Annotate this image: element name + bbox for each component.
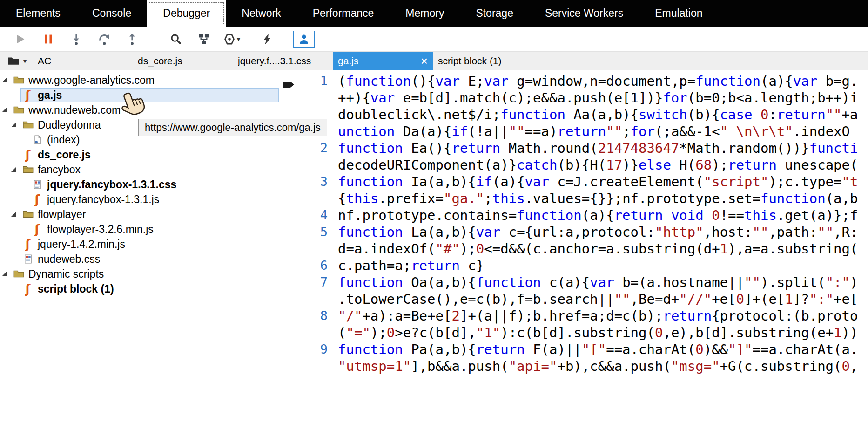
find-in-code-button[interactable]	[168, 31, 184, 48]
step-over-button[interactable]	[96, 31, 113, 48]
code-text[interactable]: (function(){var E;var g=window,n=documen…	[338, 73, 868, 89]
code-text[interactable]: decodeURIComponent(a)}catch(b){H(17)}els…	[338, 157, 868, 173]
code-text[interactable]: doubleclick\.net$/i;function Aa(a,b){swi…	[338, 106, 868, 123]
tree-indent	[0, 125, 11, 125]
just-my-code-button[interactable]	[293, 31, 315, 48]
tab-memory[interactable]: Memory	[390, 0, 460, 27]
tree-item-content: ʃjquery-1.4.2.min.js	[20, 237, 279, 251]
tree-item-flowplayer-3-2-6-min-js[interactable]: ʃflowplayer-3.2.6.min.js	[0, 222, 279, 237]
expanded-twisty-icon[interactable]	[11, 212, 20, 217]
tree-item-jquery-fancybox-1-3-1-css[interactable]: jquery.fancybox-1.3.1.css	[0, 177, 279, 192]
tree-indent	[0, 184, 20, 185]
expanded-twisty-icon[interactable]	[2, 78, 11, 82]
play-icon	[14, 33, 27, 45]
tab-network[interactable]: Network	[226, 0, 296, 27]
tree-item-label: jquery-1.4.2.min.js	[38, 238, 125, 251]
line-number[interactable]	[279, 291, 330, 307]
lightning-icon	[261, 33, 273, 45]
file-tab-ds-core-js[interactable]: ds_core.js	[133, 52, 233, 70]
code-text[interactable]: c.path=a;return c}	[338, 257, 868, 274]
tree-item-jquery-fancybox-1-3-1-js[interactable]: ʃjquery.fancybox-1.3.1.js	[0, 192, 279, 207]
tab-storage[interactable]: Storage	[460, 0, 529, 27]
line-number[interactable]: 3	[279, 173, 330, 190]
pause-icon	[42, 33, 54, 45]
file-tab-ga-js[interactable]: ga.js×	[333, 52, 433, 70]
tree-item-content: www.google-analytics.com	[11, 73, 279, 87]
tree-item-fancybox[interactable]: fancybox	[0, 162, 279, 177]
code-line: .toLowerCase(),e=c(b),f=b.search||"",Be=…	[279, 291, 868, 307]
line-number[interactable]	[279, 358, 330, 375]
expanded-twisty-icon[interactable]	[11, 123, 20, 127]
file-tab-label: ds_core.js	[138, 55, 182, 67]
tree-item-content: jquery.fancybox-1.3.1.css	[30, 178, 279, 191]
break-on-new-worker-button[interactable]	[195, 31, 212, 48]
code-text[interactable]: {this.prefix="ga.";this.values={}};nf.pr…	[338, 190, 868, 207]
expanded-twisty-icon[interactable]	[2, 272, 11, 276]
code-text[interactable]: d=a.indexOf("#");0<=d&&(c.anchor=a.subst…	[338, 240, 868, 257]
tree-item-dynamic-scripts[interactable]: Dynamic scripts	[0, 266, 279, 281]
tree-item-label: nudeweb.css	[38, 253, 100, 266]
line-number[interactable]: 8	[279, 307, 330, 324]
step-into-button[interactable]	[68, 31, 85, 48]
tree-item-nudeweb-css[interactable]: nudeweb.css	[0, 252, 279, 266]
code-text[interactable]: nf.prototype.contains=function(a){return…	[338, 207, 868, 224]
code-text[interactable]: function Ia(a,b){if(a){var c=J.createEle…	[338, 173, 868, 190]
tab-service-workers[interactable]: Service Workers	[529, 0, 639, 27]
devtools-window: ElementsConsoleDebuggerNetworkPerformanc…	[0, 0, 868, 444]
folder-menu-icon	[7, 56, 20, 65]
exception-icon	[223, 33, 236, 45]
folder-icon	[13, 269, 25, 279]
disable-breakpoints-button[interactable]	[259, 31, 276, 48]
code-text[interactable]: .toLowerCase(),e=c(b),f=b.search||"",Be=…	[338, 291, 868, 307]
code-text[interactable]: unction Da(a){if(!a||""==a)return"";for(…	[338, 123, 868, 140]
tree-item-label: flowplayer-3.2.6.min.js	[47, 223, 154, 236]
code-line: unction Da(a){if(!a||""==a)return"";for(…	[279, 123, 868, 140]
line-number[interactable]: 7	[279, 274, 330, 291]
code-text[interactable]: function Pa(a,b){return F(a)||"["==a.cha…	[338, 341, 868, 358]
tree-item-ds-core-js[interactable]: ʃds_core.js	[0, 147, 279, 162]
code-text[interactable]: function Ea(){return Math.round(21474836…	[338, 140, 868, 157]
tab-debugger[interactable]: Debugger	[147, 0, 226, 27]
code-text[interactable]: ++){var e=b[d].match(c);e&&a.push(e[1])}…	[338, 89, 868, 106]
step-out-button[interactable]	[124, 31, 141, 48]
tree-item-flowplayer[interactable]: flowplayer	[0, 207, 279, 222]
tab-emulation[interactable]: Emulation	[639, 0, 718, 27]
expanded-twisty-icon[interactable]	[2, 108, 11, 112]
tab-performance[interactable]: Performance	[297, 0, 390, 27]
code-line: decodeURIComponent(a)}catch(b){H(17)}els…	[279, 157, 868, 173]
line-number[interactable]: 6	[279, 257, 330, 274]
code-text[interactable]: function La(a,b){var c={url:a,protocol:"…	[338, 224, 868, 240]
code-text[interactable]: ("=");0>e?c(b[d],"1"):c(b[d].substring(0…	[338, 324, 868, 341]
file-tab-jquery-f-3-1-css[interactable]: jquery.f....3.1.css	[233, 52, 333, 70]
close-icon[interactable]: ×	[421, 55, 428, 67]
code-text[interactable]: "utmsp=1"],b&&a.push("api="+b),c&&a.push…	[338, 358, 868, 375]
break-button[interactable]	[40, 31, 57, 48]
file-tab-ac[interactable]: AC	[33, 52, 133, 70]
line-number[interactable]	[279, 89, 330, 106]
continue-button[interactable]	[12, 31, 29, 48]
open-files-menu[interactable]: ▾	[0, 52, 33, 70]
line-number[interactable]: 4	[279, 207, 330, 224]
line-number[interactable]	[279, 190, 330, 207]
js-file-icon: ʃ	[22, 283, 34, 295]
code-text[interactable]: "/"+a):a=Be+e[2]+(a||f);b.href=a;d=c(b);…	[338, 307, 868, 324]
exception-control-button[interactable]: ▾	[223, 31, 240, 48]
line-number[interactable]	[279, 157, 330, 173]
tree-item-script-block-1[interactable]: ʃscript block (1)	[0, 281, 279, 296]
tree-item-label: Dynamic scripts	[28, 268, 104, 280]
line-number[interactable]: 9	[279, 341, 330, 358]
line-number[interactable]	[279, 324, 330, 341]
code-text[interactable]: function Oa(a,b){function c(a){var b=(a.…	[338, 274, 868, 291]
tab-console[interactable]: Console	[76, 0, 147, 27]
expanded-twisty-icon[interactable]	[11, 167, 20, 172]
tab-elements[interactable]: Elements	[0, 0, 76, 27]
tree-item-www-google-analytics-com[interactable]: www.google-analytics.com	[0, 73, 279, 88]
line-number[interactable]: 5	[279, 224, 330, 240]
file-tab-script-block-1[interactable]: script block (1)	[433, 52, 533, 70]
tree-item-label: www.nudeweb.com	[28, 104, 121, 116]
step-out-icon	[126, 33, 138, 45]
line-number[interactable]	[279, 240, 330, 257]
code-line: 1(function(){var E;var g=window,n=docume…	[279, 73, 868, 89]
line-number[interactable]: 2	[279, 140, 330, 157]
tree-item-jquery-1-4-2-min-js[interactable]: ʃjquery-1.4.2.min.js	[0, 237, 279, 252]
